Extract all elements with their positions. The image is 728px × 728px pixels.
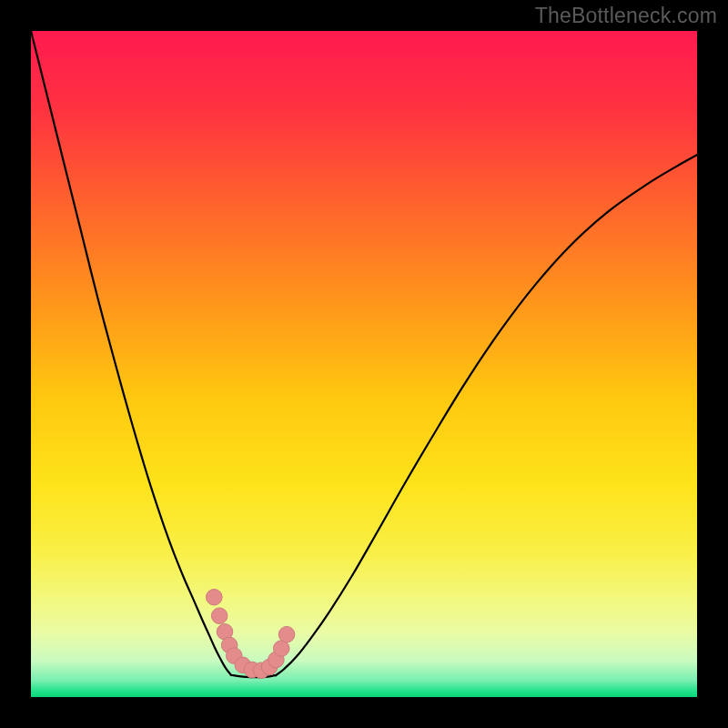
highlight-beads [31, 31, 697, 697]
bead [211, 608, 228, 624]
plot-area [31, 31, 697, 697]
watermark-text: TheBottleneck.com [535, 4, 717, 28]
bead [278, 626, 295, 642]
outer-frame: TheBottleneck.com [0, 0, 728, 728]
bead [207, 589, 223, 605]
